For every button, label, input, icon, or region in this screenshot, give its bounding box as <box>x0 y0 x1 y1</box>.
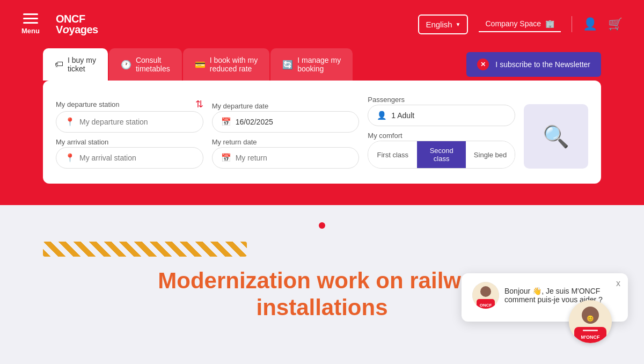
menu-button[interactable]: Menu <box>21 13 40 35</box>
second-class-button[interactable]: Second class <box>417 141 466 168</box>
departure-station-label: My departure station ⇅ <box>56 98 203 110</box>
subscribe-label: I subscribe to the Newsletter <box>495 60 590 69</box>
calendar-icon-2: 📅 <box>221 153 231 163</box>
language-label: English <box>426 20 452 29</box>
first-class-button[interactable]: First class <box>368 141 417 168</box>
chat-close-button[interactable]: x <box>616 279 620 288</box>
header-right: English ▼ Company Space 🏢 👤 🛒 <box>418 14 623 34</box>
location-icon: 📍 <box>65 117 75 127</box>
arrival-station-input[interactable] <box>79 154 194 162</box>
form-passengers-comfort: Passengers 👤 My comfort First class Seco… <box>368 96 515 169</box>
cart-icon[interactable]: 🛒 <box>608 17 623 31</box>
swap-icon[interactable]: ⇅ <box>195 98 203 110</box>
svg-text:ONCF: ONCF <box>480 303 492 308</box>
tab-manage-label: I manage mybooking <box>297 56 341 73</box>
arrival-station-field[interactable]: 📍 <box>56 147 203 169</box>
center-dot <box>43 221 601 231</box>
agent-avatar[interactable]: M'ONCF 😊 <box>569 300 612 343</box>
svg-rect-8 <box>583 330 598 331</box>
hamburger-icon <box>23 13 38 24</box>
return-date-field[interactable]: 📅 <box>212 147 360 169</box>
svg-text:M'ONCF: M'ONCF <box>581 334 600 340</box>
tab-reduced-rate[interactable]: 💳 I book with myreduced rate <box>183 48 269 81</box>
departure-station-field[interactable]: 📍 <box>56 111 203 133</box>
clock-icon: 🕐 <box>121 60 131 70</box>
close-icon[interactable]: ✕ <box>477 59 489 70</box>
comfort-label: My comfort <box>368 132 515 140</box>
language-selector[interactable]: English ▼ <box>418 14 468 34</box>
passengers-input[interactable] <box>391 111 506 120</box>
departure-date-field[interactable]: 📅 <box>212 111 360 133</box>
tab-buy-label: I buy myticket <box>68 56 96 73</box>
company-space-link[interactable]: Company Space 🏢 <box>479 16 561 32</box>
nav-tabs: 🏷 I buy myticket 🕐 Consulttimetables 💳 I… <box>0 48 644 81</box>
departure-station-input[interactable] <box>79 118 194 126</box>
svg-point-1 <box>480 286 491 297</box>
company-space-label: Company Space <box>485 19 541 28</box>
chat-avatar: ONCF <box>472 282 499 309</box>
passengers-label: Passengers <box>368 96 515 104</box>
search-icon: 🔍 <box>543 124 569 149</box>
bottom-section: Modernization work on railway installati… <box>0 205 644 332</box>
tab-timetables-label: Consulttimetables <box>136 56 170 73</box>
chat-greeting: Bonjour 👋, Je suis M'ONCF <box>504 287 603 295</box>
subscribe-tab[interactable]: ✕ I subscribe to the Newsletter <box>466 52 601 77</box>
passengers-field[interactable]: 👤 <box>368 105 515 126</box>
search-button[interactable]: 🔍 <box>524 104 588 169</box>
tab-timetables[interactable]: 🕐 Consulttimetables <box>109 48 182 81</box>
logo-text: ONCF Voyages <box>56 13 98 35</box>
header-left: Menu ONCF Voyages <box>21 13 98 35</box>
header: Menu ONCF Voyages English ▼ Company Spac… <box>0 0 644 48</box>
person-icon: 👤 <box>377 111 387 120</box>
chevron-down-icon: ▼ <box>456 21 461 27</box>
calendar-icon: 📅 <box>221 117 231 127</box>
tab-manage-booking[interactable]: 🔄 I manage mybooking <box>270 48 353 81</box>
form-dates: My departure date 📅 My return date 📅 <box>212 102 360 169</box>
card-icon: 💳 <box>195 60 206 70</box>
search-container: My departure station ⇅ 📍 My arrival stat… <box>0 81 644 205</box>
arrival-station-label: My arrival station <box>56 138 203 146</box>
single-bed-button[interactable]: Single bed <box>466 141 515 168</box>
departure-date-label: My departure date <box>212 102 360 110</box>
stripe-decoration <box>43 242 247 257</box>
form-stations: My departure station ⇅ 📍 My arrival stat… <box>56 98 203 169</box>
location-icon-2: 📍 <box>65 153 75 163</box>
building-icon: 🏢 <box>545 19 554 28</box>
return-date-label: My return date <box>212 138 360 146</box>
svg-text:😊: 😊 <box>587 315 594 322</box>
logo: ONCF Voyages <box>56 13 98 35</box>
departure-date-input[interactable] <box>236 118 350 126</box>
dot-indicator <box>319 222 325 229</box>
ticket-icon: 🏷 <box>55 60 63 69</box>
search-form: My departure station ⇅ 📍 My arrival stat… <box>43 81 601 184</box>
tab-buy-ticket[interactable]: 🏷 I buy myticket <box>43 48 108 81</box>
return-date-input[interactable] <box>236 154 350 162</box>
user-icon[interactable]: 👤 <box>583 17 597 31</box>
menu-label: Menu <box>21 27 40 35</box>
comfort-selector: First class Second class Single bed <box>368 141 515 169</box>
refresh-icon: 🔄 <box>282 60 293 70</box>
header-divider <box>572 16 572 32</box>
tab-reduced-label: I book with myreduced rate <box>210 56 258 73</box>
